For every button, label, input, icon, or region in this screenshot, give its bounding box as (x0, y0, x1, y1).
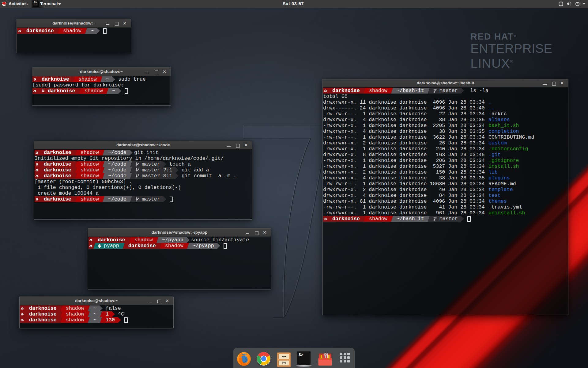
svg-text:$>: $> (299, 353, 303, 357)
